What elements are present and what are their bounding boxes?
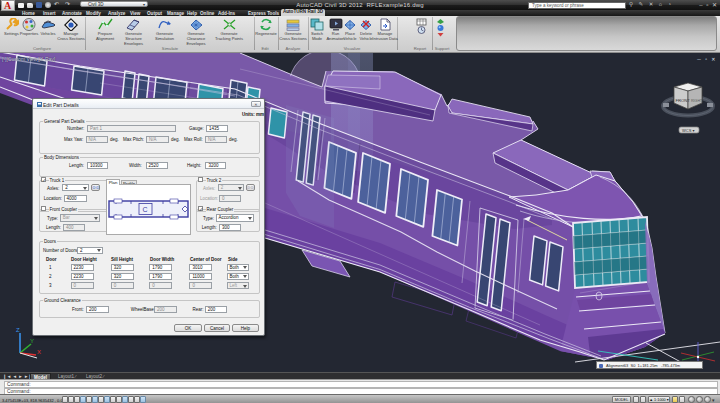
svg-text:WCS ▾: WCS ▾: [682, 128, 694, 133]
svg-text:Y: Y: [30, 338, 34, 344]
svg-text:RIGHT: RIGHT: [691, 99, 703, 103]
svg-text:X: X: [37, 349, 41, 355]
svg-text:Z: Z: [16, 327, 20, 333]
svg-text:FRONT: FRONT: [676, 98, 691, 103]
svg-text:C: C: [143, 206, 148, 213]
